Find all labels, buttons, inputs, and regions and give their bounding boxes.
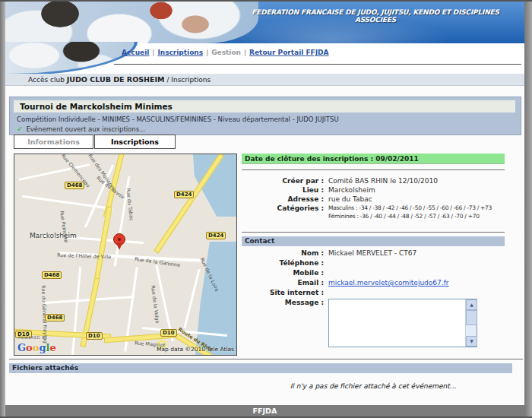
message-textarea[interactable]: ▲ ▼: [328, 299, 477, 347]
google-map[interactable]: Rue du Lavoir Rue du Tabac Rue de l'Hôte…: [14, 154, 237, 356]
event-subtitle: Compétition Individuelle - MINIMES - MAS…: [17, 116, 339, 123]
powered-by-label: POWERED BY: [18, 335, 47, 340]
check-icon: ✓: [17, 125, 23, 133]
detail-value: Masculins : -34 / -38 / -42 / -46 / -50 …: [328, 204, 492, 221]
contact-label: Nom :: [242, 249, 324, 257]
detail-row: Créer par :Comité BAS RHIN le 12/10/2010: [242, 177, 505, 185]
contact-header: Contact: [242, 236, 505, 246]
contact-label: Email :: [242, 279, 324, 287]
road-badge: D424: [174, 191, 194, 198]
breadcrumb: Accès club JUDO CLUB DE ROSHEIM / Inscri…: [5, 74, 524, 86]
event-open-notice: ✓Evénement ouvert aux inscriptions...: [17, 125, 145, 133]
contact-email-link[interactable]: mickael.mervelet@comitejudo67.fr: [328, 279, 449, 287]
tab-informations[interactable]: Informations: [14, 135, 93, 149]
nav-separator: |: [149, 49, 157, 56]
road-badge: D10: [160, 329, 177, 337]
road-badge: D468: [45, 314, 65, 321]
event-open-text: Evénement ouvert aux inscriptions...: [26, 125, 145, 133]
nav-separator: |: [241, 49, 249, 56]
judo-photo: [5, 2, 258, 43]
scroll-up-icon[interactable]: ▲: [466, 299, 477, 310]
scrollbar-thumb[interactable]: [466, 310, 477, 325]
divider: [9, 359, 523, 359]
road-badge: D468: [65, 182, 84, 189]
nav-link-gestion-disabled: Gestion: [211, 49, 241, 56]
divider: [242, 232, 505, 233]
event-panel: Tournoi de Marckolsheim Minimes Compétit…: [9, 97, 521, 135]
map-copyright: Map data ©2010 Tele Atlas: [157, 346, 234, 353]
detail-label: Adresse :: [242, 195, 324, 203]
map-pin-icon[interactable]: [113, 233, 125, 245]
contact-name: Mickael MERVELET - CT67: [328, 249, 416, 257]
road-badge: D424: [206, 232, 226, 239]
detail-value: Marckolsheim: [328, 186, 375, 194]
street-label: Rue du Tabac: [125, 188, 134, 221]
road-badge: D468: [42, 271, 62, 279]
window-frame: [524, 0, 532, 418]
road-line: [71, 267, 81, 356]
nav-separator: |: [203, 49, 211, 56]
contact-label: Téléphone :: [242, 259, 324, 267]
event-title: Tournoi de Marckolsheim Minimes: [20, 102, 173, 111]
contact-label: Site internet :: [242, 289, 324, 296]
main-nav: Accueil|Inscriptions|Gestion|Retour Port…: [122, 49, 329, 56]
breadcrumb-prefix: Accès club: [28, 76, 67, 84]
nav-link-retour-portail[interactable]: Retour Portail FFJDA: [249, 49, 328, 56]
divider: [242, 169, 505, 170]
nav-link-inscriptions[interactable]: Inscriptions: [157, 49, 203, 56]
google-letter: e: [50, 342, 56, 353]
scroll-down-icon[interactable]: ▼: [466, 336, 477, 347]
nav-underline: [114, 64, 521, 65]
contact-row: Site internet :: [242, 289, 505, 296]
detail-value: rue du Tabac: [328, 195, 372, 203]
detail-label: Catégories :: [242, 204, 324, 221]
detail-row: Adresse :rue du Tabac: [242, 195, 505, 203]
detail-row: Lieu :Marckolsheim: [242, 186, 505, 194]
detail-value: Comité BAS RHIN le 12/10/2010: [328, 177, 438, 185]
street-label: Rue de la Volga: [150, 285, 160, 324]
contact-row: Email :mickael.mervelet@comitejudo67.fr: [242, 279, 505, 287]
closing-date-bar: Date de clôture des inscriptions : 09/02…: [242, 154, 505, 164]
tab-inscriptions[interactable]: Inscriptions: [94, 135, 176, 149]
google-letter: g: [39, 342, 46, 353]
contact-row: Mobile :: [242, 269, 505, 277]
window-frame: [0, 0, 532, 2]
nav-link-accueil[interactable]: Accueil: [122, 49, 149, 56]
footer-bar: FFJDA: [5, 405, 524, 416]
google-letter: o: [26, 342, 33, 353]
event-details: Créer par :Comité BAS RHIN le 12/10/2010…: [242, 177, 505, 223]
window-frame: [0, 0, 5, 418]
google-letter: G: [17, 342, 26, 353]
categories-feminines: Féminines : -36 / -40 / -44 / -48 / -52 …: [328, 213, 492, 221]
detail-row: Catégories :Masculins : -34 / -38 / -42 …: [242, 204, 505, 221]
contact-label: Message :: [242, 299, 324, 347]
road-badge: D10: [86, 332, 103, 340]
contact-row: Message : ▲ ▼: [242, 299, 505, 347]
detail-label: Créer par :: [242, 177, 324, 185]
page: FEDERATION FRANCAISE DE JUDO, JUJITSU, K…: [0, 0, 532, 418]
contact-section: Nom :Mickael MERVELET - CT67 Téléphone :…: [242, 249, 505, 350]
contact-row: Téléphone :: [242, 259, 505, 267]
federation-title: FEDERATION FRANCAISE DE JUDO, JUJITSU, K…: [234, 8, 517, 24]
attachments-header: Fichiers attachés: [9, 363, 512, 373]
contact-row: Nom :Mickael MERVELET - CT67: [242, 249, 505, 257]
breadcrumb-section: / Inscriptions: [165, 76, 211, 84]
contact-label: Mobile :: [242, 269, 324, 277]
street-label: Rue de l'Hôtel de Ville: [57, 252, 112, 260]
attachments-empty-message: Il n'y a pas de fichier attaché à cet év…: [242, 382, 505, 390]
town-label: Marckolsheim: [30, 232, 77, 239]
road-line: [183, 269, 200, 328]
breadcrumb-club: JUDO CLUB DE ROSHEIM: [67, 75, 165, 84]
google-logo[interactable]: Google: [17, 342, 56, 353]
scrollbar[interactable]: ▲ ▼: [465, 299, 477, 347]
categories-masculins: Masculins : -34 / -38 / -42 / -46 / -50 …: [328, 204, 492, 213]
detail-label: Lieu :: [242, 186, 324, 194]
